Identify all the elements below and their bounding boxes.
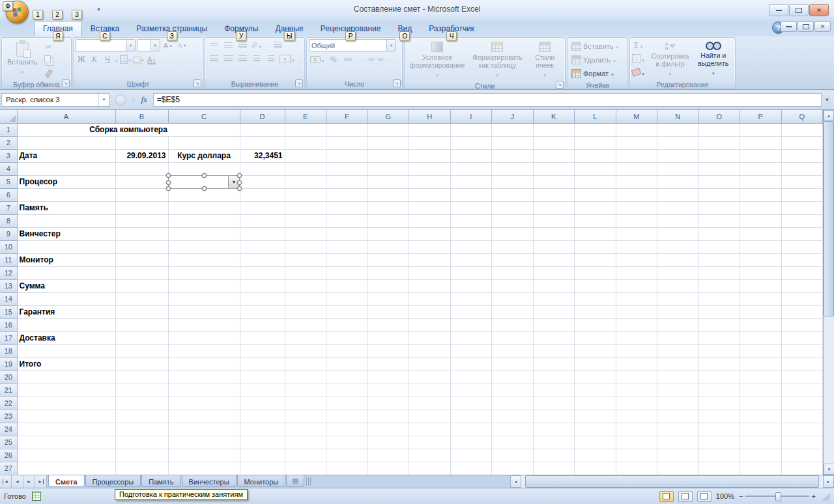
cell-A1[interactable]: Сборка компьютера — [17, 123, 240, 136]
cell-D14[interactable] — [240, 292, 285, 305]
cell-P2[interactable] — [740, 136, 782, 149]
dialog-launcher-icon[interactable] — [62, 79, 70, 87]
cell-E19[interactable] — [285, 357, 326, 371]
cell-P22[interactable] — [740, 397, 782, 410]
cell-P8[interactable] — [740, 214, 782, 227]
insert-cells-button[interactable]: Вставить — [569, 39, 626, 53]
cell-P18[interactable] — [740, 344, 782, 357]
cell-H16[interactable] — [409, 318, 451, 331]
cell-F19[interactable] — [326, 357, 368, 371]
cell-F14[interactable] — [326, 292, 368, 305]
cell-H23[interactable] — [409, 410, 451, 423]
cell-L6[interactable] — [575, 188, 616, 201]
column-header-L[interactable]: L — [575, 110, 616, 123]
zoom-out-button[interactable]: − — [739, 493, 743, 499]
cell-D26[interactable] — [240, 449, 285, 462]
cell-D25[interactable] — [240, 436, 285, 449]
cell-H17[interactable] — [409, 331, 451, 344]
cell-F16[interactable] — [326, 318, 368, 331]
cell-E22[interactable] — [285, 397, 326, 410]
selection-handle[interactable] — [166, 180, 171, 185]
row-header-27[interactable]: 27 — [0, 462, 17, 475]
cell-B26[interactable] — [115, 449, 168, 462]
column-header-G[interactable]: G — [367, 110, 409, 123]
cell-C9[interactable] — [168, 227, 240, 240]
cell-L13[interactable] — [575, 279, 616, 292]
cell-L25[interactable] — [575, 436, 616, 449]
cell-O14[interactable] — [698, 292, 740, 305]
cell-I16[interactable] — [450, 318, 492, 331]
increase-decimal-button[interactable]: ←00 — [362, 53, 375, 65]
decrease-decimal-button[interactable]: 00→ — [377, 53, 390, 65]
cell-D11[interactable] — [240, 253, 285, 266]
cell-N9[interactable] — [657, 227, 699, 240]
zoom-level[interactable]: 100% — [716, 492, 734, 500]
cell-G27[interactable] — [367, 462, 409, 475]
cell-E11[interactable] — [285, 253, 326, 266]
cell-M26[interactable] — [616, 449, 657, 462]
page-layout-view-button[interactable] — [678, 491, 693, 502]
scroll-down-button[interactable]: ▼ — [824, 464, 834, 475]
chevron-down-icon[interactable] — [115, 53, 119, 65]
workbook-close-button[interactable] — [814, 21, 831, 32]
cell-G8[interactable] — [367, 214, 409, 227]
cell-H18[interactable] — [409, 344, 451, 357]
cell-A9[interactable]: Винчестер — [17, 227, 115, 240]
cell-I22[interactable] — [450, 397, 492, 410]
cell-F21[interactable] — [326, 384, 368, 397]
cell-M13[interactable] — [616, 279, 657, 292]
cell-C12[interactable] — [168, 266, 240, 279]
cell-M18[interactable] — [616, 344, 657, 357]
cell-F24[interactable] — [326, 423, 368, 436]
find-select-button[interactable]: Найти и выделить — [693, 39, 733, 79]
cell-L4[interactable] — [575, 162, 616, 175]
cell-P7[interactable] — [740, 201, 782, 214]
macro-record-icon[interactable] — [32, 492, 41, 501]
cell-H22[interactable] — [409, 397, 451, 410]
cell-D17[interactable] — [240, 331, 285, 344]
cell-C25[interactable] — [168, 436, 240, 449]
cell-J9[interactable] — [492, 227, 534, 240]
cell-K14[interactable] — [533, 292, 575, 305]
cell-J13[interactable] — [492, 279, 534, 292]
ribbon-tab-4[interactable]: ФормулыУ — [216, 21, 266, 36]
borders-button[interactable] — [120, 53, 132, 65]
cell-E17[interactable] — [285, 331, 326, 344]
cell-K21[interactable] — [533, 384, 575, 397]
selection-handle[interactable] — [166, 186, 171, 191]
cell-B17[interactable] — [115, 331, 168, 344]
cell-Q2[interactable] — [781, 136, 823, 149]
resize-grip[interactable] — [822, 492, 830, 501]
accounting-format-button[interactable]: $ — [309, 53, 326, 65]
selection-handle[interactable] — [237, 180, 242, 185]
ribbon-tab-5[interactable]: ДанныеЫ — [266, 21, 311, 36]
cell-E10[interactable] — [285, 240, 326, 253]
bold-button[interactable]: Ж — [76, 53, 87, 65]
cell-E5[interactable] — [285, 175, 326, 188]
cell-A2[interactable] — [17, 136, 115, 149]
cell-O23[interactable] — [698, 410, 740, 423]
cell-C23[interactable] — [168, 410, 240, 423]
cell-J11[interactable] — [492, 253, 534, 266]
cell-M6[interactable] — [616, 188, 657, 201]
cell-F17[interactable] — [326, 331, 368, 344]
cell-M7[interactable] — [616, 201, 657, 214]
cell-C15[interactable] — [168, 305, 240, 318]
copy-button[interactable] — [42, 54, 55, 66]
cell-D20[interactable] — [240, 371, 285, 384]
cell-P1[interactable] — [740, 123, 782, 136]
cell-G12[interactable] — [367, 266, 409, 279]
cell-P17[interactable] — [740, 331, 782, 344]
cell-I27[interactable] — [450, 462, 492, 475]
cell-N1[interactable] — [657, 123, 699, 136]
cell-K2[interactable] — [533, 136, 575, 149]
cell-M21[interactable] — [616, 384, 657, 397]
cell-D22[interactable] — [240, 397, 285, 410]
cell-I2[interactable] — [450, 136, 492, 149]
cell-F18[interactable] — [326, 344, 368, 357]
increase-font-button[interactable]: А▲ — [162, 40, 175, 51]
cell-P11[interactable] — [740, 253, 782, 266]
cell-G10[interactable] — [367, 240, 409, 253]
cell-O20[interactable] — [698, 371, 740, 384]
cell-F4[interactable] — [326, 162, 368, 175]
